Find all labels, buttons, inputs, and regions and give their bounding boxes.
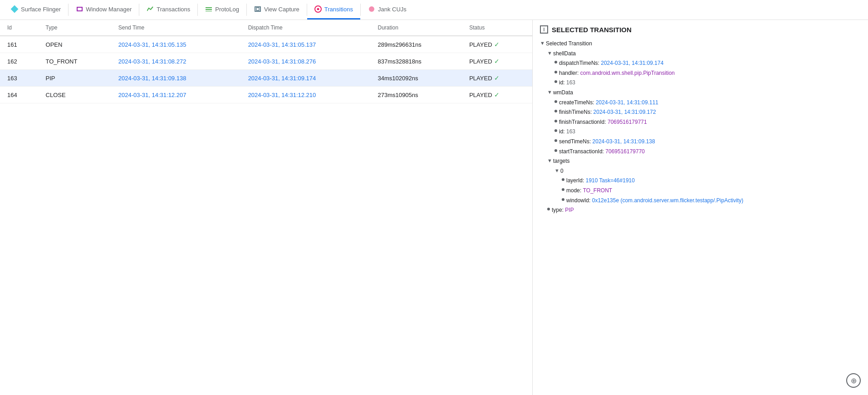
cell-status: PLAYED ✓: [462, 36, 532, 53]
cell-type: OPEN: [39, 36, 111, 53]
cell-send-time: 2024-03-31, 14:31:05.135: [111, 36, 241, 53]
tree-key-selected-transition: Selected Transition: [546, 39, 592, 49]
cell-dispatch-time: 2024-03-31, 14:31:12.210: [241, 87, 371, 103]
key-layerid: layerId: [566, 176, 583, 186]
tab-transactions[interactable]: Transactions: [139, 0, 197, 20]
tree-node-targets[interactable]: ▼ targets: [540, 156, 861, 166]
check-icon: ✓: [494, 74, 500, 82]
tree-node-selected-transition[interactable]: ▼ Selected Transition: [540, 39, 861, 49]
key-handler: handler: [559, 68, 577, 78]
tree-dot: [562, 188, 564, 191]
key-finishtimens: finishTimeNs: [559, 107, 590, 117]
table-row[interactable]: 164CLOSE2024-03-31, 14:31:12.2072024-03-…: [0, 87, 532, 103]
val-windowid: 0x12e135e (com.android.server.wm.flicker…: [592, 196, 743, 206]
tab-window-manager[interactable]: Window Manager: [69, 0, 139, 20]
tree-node-wmdata[interactable]: ▼ wmData: [540, 88, 861, 98]
val-dispatchtimens: 2024-03-31, 14:31:09.174: [601, 59, 663, 68]
jank-icon: [368, 5, 375, 13]
selected-transition-panel: I SELECTED TRANSITION ▼ Selected Transit…: [532, 20, 868, 395]
tree-dot: [547, 208, 550, 210]
col-header-id: Id: [0, 20, 39, 36]
transitions-table: Id Type Send Time Dispatch Time Duration…: [0, 20, 532, 103]
cell-type: TO_FRONT: [39, 53, 111, 70]
tree-node-shelldata[interactable]: ▼ shellData: [540, 49, 861, 59]
top-navigation: Surface Flinger Window Manager Transacti…: [0, 0, 868, 20]
cell-id: 163: [0, 70, 39, 87]
table-row[interactable]: 163PIP2024-03-31, 14:31:09.1382024-03-31…: [0, 70, 532, 87]
tree-item-shell-id: id : 163: [540, 78, 861, 88]
table-header-row: Id Type Send Time Dispatch Time Duration…: [0, 20, 532, 36]
tree-dot: [554, 129, 557, 132]
key-wm-id: id: [559, 127, 563, 137]
check-icon: ✓: [494, 91, 500, 98]
tree-item-wm-id: id : 163: [540, 127, 861, 137]
status-text: PLAYED ✓: [469, 58, 525, 65]
cell-id: 164: [0, 87, 39, 103]
tree-item-layerid: layerId : 1910 Task=46#1910: [540, 176, 861, 186]
tree-item-windowid: windowId : 0x12e135e (com.android.server…: [540, 196, 861, 206]
tree-dot: [554, 139, 557, 142]
tree-item-starttransactionid: startTransactionId : 7069516179770: [540, 147, 861, 157]
cell-send-time: 2024-03-31, 14:31:09.138: [111, 70, 241, 87]
cell-type: PIP: [39, 70, 111, 87]
cell-type: CLOSE: [39, 87, 111, 103]
diamond-icon: [11, 5, 18, 13]
transition-tree: ▼ Selected Transition ▼ shellData dispat…: [540, 39, 861, 215]
tab-view-capture[interactable]: View Capture: [247, 0, 307, 20]
cell-dispatch-time: 2024-03-31, 14:31:08.276: [241, 53, 371, 70]
transitions-icon: [314, 5, 322, 13]
col-header-type: Type: [39, 20, 111, 36]
key-windowid: windowId: [566, 196, 589, 206]
tree-item-type: type : PIP: [540, 205, 861, 215]
cell-duration: 837ms328818ns: [371, 53, 462, 70]
val-layerid: 1910 Task=46#1910: [586, 176, 635, 186]
tab-jank-cujs[interactable]: Jank CUJs: [361, 0, 414, 20]
circle-button[interactable]: ⊕: [846, 373, 861, 388]
tree-item-sendtimens: sendTimeNs : 2024-03-31, 14:31:09.138: [540, 137, 861, 147]
circle-button-icon: ⊕: [851, 376, 857, 385]
check-icon: ✓: [494, 41, 500, 48]
tree-dot: [554, 71, 557, 73]
main-layout: Id Type Send Time Dispatch Time Duration…: [0, 20, 868, 395]
tree-dot: [554, 120, 557, 122]
key-mode: mode: [566, 186, 580, 196]
tree-dot: [562, 198, 564, 201]
key-sendtimens: sendTimeNs: [559, 137, 589, 147]
status-text: PLAYED ✓: [469, 41, 525, 48]
status-text: PLAYED ✓: [469, 74, 525, 82]
cell-status: PLAYED ✓: [462, 70, 532, 87]
val-starttransactionid: 7069516179770: [605, 147, 645, 157]
val-finishtimens: 2024-03-31, 14:31:09.172: [593, 107, 656, 117]
tab-proto-log[interactable]: ProtoLog: [198, 0, 246, 20]
tree-node-target-0[interactable]: ▼ 0: [540, 166, 861, 176]
tree-key-target-0: 0: [560, 166, 564, 176]
rect-icon: [76, 5, 83, 13]
cell-dispatch-time: 2024-03-31, 14:31:09.174: [241, 70, 371, 87]
panel-title: SELECTED TRANSITION: [552, 26, 632, 34]
cell-duration: 34ms102092ns: [371, 70, 462, 87]
val-handler: com.android.wm.shell.pip.PipTransition: [580, 68, 675, 78]
lines-icon: [205, 5, 212, 13]
key-dispatchtimens: dispatchTimeNs: [559, 59, 598, 68]
table-row[interactable]: 162TO_FRONT2024-03-31, 14:31:08.2722024-…: [0, 53, 532, 70]
cell-dispatch-time: 2024-03-31, 14:31:05.137: [241, 36, 371, 53]
panel-header: I SELECTED TRANSITION: [540, 25, 861, 34]
tree-item-dispatchtimens: dispatchTimeNs : 2024-03-31, 14:31:09.17…: [540, 59, 861, 68]
val-mode: TO_FRONT: [583, 186, 612, 196]
col-header-status: Status: [462, 20, 532, 36]
table-row[interactable]: 161OPEN2024-03-31, 14:31:05.1352024-03-3…: [0, 36, 532, 53]
tree-dot: [554, 61, 557, 63]
tree-item-handler: handler : com.android.wm.shell.pip.PipTr…: [540, 68, 861, 78]
cell-id: 162: [0, 53, 39, 70]
tree-dot: [554, 149, 557, 152]
tab-surface-flinger[interactable]: Surface Flinger: [4, 0, 68, 20]
tree-dot: [554, 110, 557, 112]
col-header-duration: Duration: [371, 20, 462, 36]
val-finishtransactionid: 7069516179771: [608, 117, 647, 127]
tab-transitions[interactable]: Transitions: [307, 0, 360, 20]
val-wm-id: 163: [566, 127, 575, 137]
col-header-send-time: Send Time: [111, 20, 241, 36]
key-finishtransactionid: finishTransactionId: [559, 117, 604, 127]
key-createtimens: createTimeNs: [559, 98, 593, 108]
cell-status: PLAYED ✓: [462, 87, 532, 103]
